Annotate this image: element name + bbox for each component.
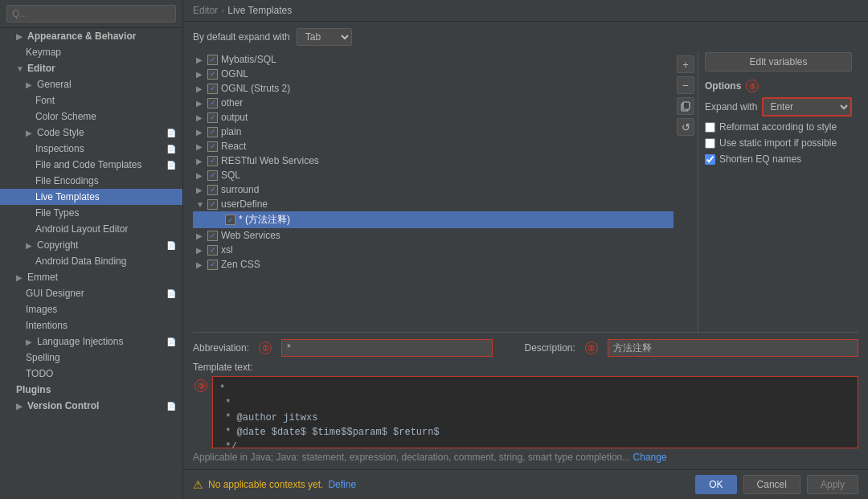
checkbox[interactable] xyxy=(207,260,218,270)
checkbox[interactable] xyxy=(207,98,218,108)
sidebar-item-editor[interactable]: Editor xyxy=(0,60,182,76)
chevron-icon xyxy=(196,55,204,64)
checkbox[interactable] xyxy=(207,199,218,210)
list-item[interactable]: Mybatis/SQL xyxy=(193,52,674,67)
checkbox[interactable] xyxy=(207,245,218,256)
sidebar-item-intentions[interactable]: Intentions xyxy=(0,317,182,333)
sidebar-item-color-scheme[interactable]: Color Scheme xyxy=(0,108,182,125)
circle4-badge: ④ xyxy=(746,80,759,92)
chevron-icon xyxy=(26,337,34,346)
list-item[interactable]: OGNL xyxy=(193,67,674,81)
sidebar-item-emmet[interactable]: Emmet xyxy=(0,269,182,285)
sidebar-item-images[interactable]: Images xyxy=(0,301,182,317)
checkbox[interactable] xyxy=(207,141,218,152)
define-link[interactable]: Define xyxy=(328,479,356,490)
sidebar-label: General xyxy=(37,79,72,90)
list-item[interactable]: Web Services xyxy=(193,228,674,243)
sidebar-item-code-style[interactable]: Code Style 📄 xyxy=(0,125,182,141)
ok-button[interactable]: OK xyxy=(695,475,736,494)
checkbox[interactable] xyxy=(207,170,218,181)
copy-button[interactable] xyxy=(677,97,694,115)
sidebar-item-file-code-templates[interactable]: File and Code Templates 📄 xyxy=(0,157,182,173)
shorten-eq-checkbox[interactable] xyxy=(705,154,715,165)
sidebar-item-language-injections[interactable]: Language Injections 📄 xyxy=(0,333,182,350)
sidebar-item-spelling[interactable]: Spelling xyxy=(0,350,182,366)
options-panel: Edit variables Options ④ Expand with Ent… xyxy=(698,52,858,332)
list-item[interactable]: RESTful Web Services xyxy=(193,153,674,168)
reformat-check-row: Reformat according to style xyxy=(705,121,852,133)
sidebar-label: Images xyxy=(26,304,57,315)
sidebar-item-android-data[interactable]: Android Data Binding xyxy=(0,253,182,269)
sidebar-item-file-types[interactable]: File Types xyxy=(0,205,182,221)
group-label: xsl xyxy=(221,244,233,256)
sidebar-label: GUI Designer xyxy=(26,288,84,299)
expand-with-select[interactable]: Enter Tab Space xyxy=(762,97,852,117)
checkbox[interactable] xyxy=(207,112,218,123)
chevron-icon xyxy=(196,171,204,180)
checkbox[interactable] xyxy=(207,185,218,195)
applicable-row: Applicable in Java; Java: statement, exp… xyxy=(193,452,858,463)
sidebar-item-appearance[interactable]: Appearance & Behavior xyxy=(0,28,182,44)
abbreviation-input[interactable] xyxy=(281,339,492,357)
expand-select[interactable]: Tab Enter Space xyxy=(297,28,352,46)
sidebar-item-file-encodings[interactable]: File Encodings xyxy=(0,173,182,189)
sidebar-item-todo[interactable]: TODO xyxy=(0,366,182,382)
sidebar-label: Spelling xyxy=(26,352,60,363)
checkbox[interactable] xyxy=(207,69,218,80)
edit-variables-button[interactable]: Edit variables xyxy=(705,52,852,72)
applicable-text: Applicable in Java; Java: statement, exp… xyxy=(193,452,630,463)
list-item[interactable]: OGNL (Struts 2) xyxy=(193,81,674,96)
list-item[interactable]: * (方法注释) xyxy=(193,211,674,228)
page-icon: 📄 xyxy=(166,161,176,170)
checkbox[interactable] xyxy=(207,55,218,65)
reformat-checkbox[interactable] xyxy=(705,122,715,133)
sidebar-item-plugins[interactable]: Plugins xyxy=(0,382,182,398)
sidebar-item-inspections[interactable]: Inspections 📄 xyxy=(0,141,182,157)
reset-button[interactable]: ↺ xyxy=(677,118,694,136)
sidebar-item-general[interactable]: General xyxy=(0,76,182,92)
group-label: surround xyxy=(221,184,259,195)
remove-button[interactable]: − xyxy=(677,76,694,94)
description-input[interactable] xyxy=(608,339,858,357)
sidebar-label: Language Injections xyxy=(37,336,123,347)
page-icon: 📄 xyxy=(166,241,176,250)
list-item[interactable]: SQL xyxy=(193,168,674,182)
add-button[interactable]: + xyxy=(677,55,694,73)
sidebar-item-gui[interactable]: GUI Designer 📄 xyxy=(0,285,182,301)
group-label: other xyxy=(221,97,243,108)
checkbox[interactable] xyxy=(207,84,218,94)
checkbox[interactable] xyxy=(207,231,218,241)
sidebar-item-live-templates[interactable]: Live Templates xyxy=(0,189,182,205)
change-link[interactable]: Change xyxy=(633,452,667,463)
list-item[interactable]: plain xyxy=(193,125,674,139)
list-item[interactable]: Zen CSS xyxy=(193,257,674,272)
checkbox[interactable] xyxy=(207,127,218,137)
search-input[interactable] xyxy=(6,5,176,22)
circle2-badge: ② xyxy=(585,342,598,354)
cancel-button[interactable]: Cancel xyxy=(743,475,800,494)
template-text-area[interactable]: * * * @author jitwxs * @date $date$ $tim… xyxy=(212,376,858,448)
list-item[interactable]: React xyxy=(193,139,674,153)
expand-label: By default expand with xyxy=(193,31,290,43)
list-item[interactable]: output xyxy=(193,110,674,125)
list-item[interactable]: userDefine xyxy=(193,197,674,211)
static-import-checkbox[interactable] xyxy=(705,138,715,149)
list-item[interactable]: other xyxy=(193,96,674,110)
page-icon: 📄 xyxy=(166,337,176,346)
sidebar-item-version-control[interactable]: Version Control 📄 xyxy=(0,398,182,414)
static-import-check-row: Use static import if possible xyxy=(705,137,852,149)
checkbox[interactable] xyxy=(207,156,218,166)
sidebar-label: Android Layout Editor xyxy=(35,223,128,235)
sidebar-item-android-layout[interactable]: Android Layout Editor xyxy=(0,221,182,237)
page-icon: 📄 xyxy=(166,145,176,153)
list-item[interactable]: xsl xyxy=(193,243,674,257)
apply-button[interactable]: Apply xyxy=(807,475,858,494)
sidebar-item-keymap[interactable]: Keymap xyxy=(0,44,182,60)
group-label: RESTful Web Services xyxy=(221,155,319,166)
checkbox[interactable] xyxy=(225,215,235,225)
expand-with-label: Expand with xyxy=(705,101,757,112)
sidebar-item-font[interactable]: Font xyxy=(0,92,182,108)
chevron-icon xyxy=(196,84,204,93)
sidebar-item-copyright[interactable]: Copyright 📄 xyxy=(0,237,182,253)
list-item[interactable]: surround xyxy=(193,182,674,197)
